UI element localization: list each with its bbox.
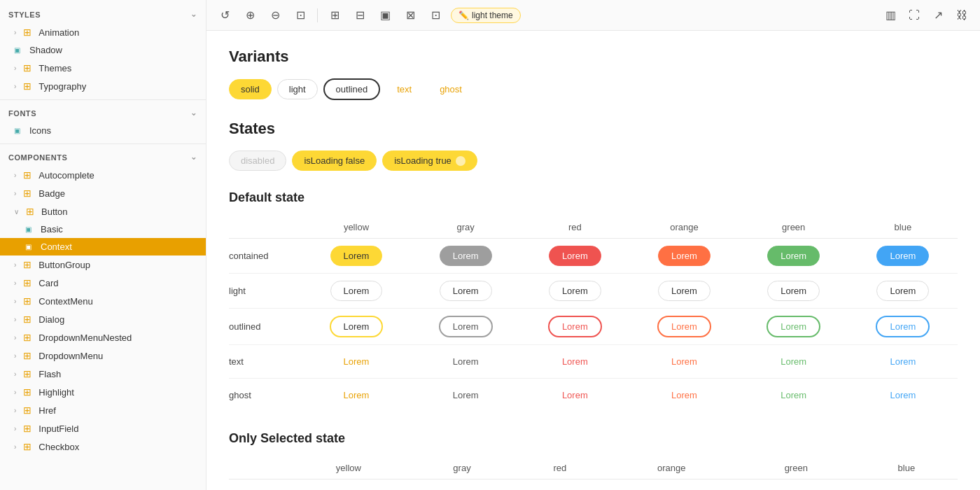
sidebar-item-basic[interactable]: ▣ Basic — [0, 220, 206, 238]
sidebar: STYLES ⌄ › ⊞ Animation ▣ Shadow › ⊞ Them… — [0, 0, 206, 490]
sidebar-item-icons[interactable]: ▣ Icons — [0, 122, 206, 139]
cell-light-orange: Lorem — [629, 274, 738, 309]
sidebar-item-context[interactable]: ▣ Context — [0, 238, 206, 255]
sidebar-item-card[interactable]: › ⊞ Card — [0, 274, 206, 292]
refresh-icon[interactable]: ↺ — [215, 6, 234, 25]
btn-light-gray[interactable]: Lorem — [440, 281, 492, 301]
variant-solid-button[interactable]: solid — [229, 79, 272, 99]
btn-light-red[interactable]: Lorem — [549, 281, 601, 301]
btn-light-orange[interactable]: Lorem — [658, 281, 710, 301]
btn-outlined-yellow[interactable]: Lorem — [330, 316, 384, 337]
sidebar-item-flash[interactable]: › ⊞ Flash — [0, 365, 206, 383]
btn-contained-gray[interactable]: Lorem — [440, 246, 492, 266]
sidebar-item-dialog[interactable]: › ⊞ Dialog — [0, 310, 206, 328]
btn-light-yellow[interactable]: Lorem — [330, 281, 383, 301]
panel-icon[interactable]: ▥ — [881, 6, 900, 25]
btn-contained-red[interactable]: Lorem — [549, 246, 601, 266]
sidebar-label-href: Href — [38, 405, 56, 416]
isloading-true-label: isLoading true — [394, 155, 451, 166]
btn-text-red[interactable]: Lorem — [550, 352, 601, 371]
sidebar-item-badge[interactable]: › ⊞ Badge — [0, 184, 206, 202]
btn-outlined-gray[interactable]: Lorem — [439, 316, 493, 337]
variant-light-button[interactable]: light — [277, 79, 318, 99]
btn-ghost-green[interactable]: Lorem — [768, 386, 819, 405]
only-selected-header-row: yellow gray red orange green blue — [229, 457, 958, 479]
fullscreen-icon[interactable]: ⛶ — [904, 6, 924, 25]
btn-text-yellow[interactable]: Lorem — [331, 352, 382, 371]
state-isloading-false-button[interactable]: isLoading false — [292, 150, 377, 171]
square-icon[interactable]: ▣ — [375, 6, 395, 25]
sidebar-item-contextmenu[interactable]: › ⊞ ContextMenu — [0, 292, 206, 310]
btn-contained-green[interactable]: Lorem — [767, 246, 820, 266]
table-header-row: yellow gray red orange green blue — [229, 216, 958, 239]
sidebar-item-autocomplete[interactable]: › ⊞ Autocomplete — [0, 166, 206, 184]
btn-outlined-red[interactable]: Lorem — [548, 316, 602, 337]
state-isloading-true-button[interactable]: isLoading true — [382, 150, 477, 171]
btn-contained-blue[interactable]: Lorem — [876, 246, 929, 266]
main-content: ↺ ⊕ ⊖ ⊡ ⊞ ⊟ ▣ ⊠ ⊡ ✏️ light theme ▥ ⛶ ↗ ⛓… — [206, 0, 980, 490]
table-row: outlined Lorem Lorem Lorem Lorem Lorem L… — [229, 309, 958, 345]
sidebar-label-context: Context — [41, 241, 72, 252]
cell-ghost-orange: Lorem — [629, 379, 738, 412]
component-icon[interactable]: ⊡ — [426, 6, 445, 25]
styles-collapse-icon[interactable]: ⌄ — [190, 10, 197, 19]
btn-contained-orange[interactable]: Lorem — [658, 246, 710, 266]
fonts-section-header[interactable]: FONTS ⌄ — [0, 104, 206, 122]
sidebar-item-inputfield[interactable]: › ⊞ InputField — [0, 419, 206, 438]
sidebar-item-dropdownmenu[interactable]: › ⊞ DropdownMenu — [0, 346, 206, 365]
sidebar-item-typography[interactable]: › ⊞ Typography — [0, 77, 206, 95]
theme-badge[interactable]: ✏️ light theme — [451, 8, 521, 23]
link-icon[interactable]: ⛓ — [952, 6, 972, 25]
expand-icon: › — [14, 29, 16, 36]
btn-ghost-red[interactable]: Lorem — [550, 386, 601, 405]
cell-outlined-yellow: Lorem — [302, 309, 411, 345]
sidebar-item-themes[interactable]: › ⊞ Themes — [0, 59, 206, 77]
btn-text-gray[interactable]: Lorem — [440, 352, 491, 371]
btn-text-blue[interactable]: Lorem — [877, 352, 928, 371]
btn-text-orange[interactable]: Lorem — [659, 352, 710, 371]
components-collapse-icon[interactable]: ⌄ — [190, 153, 197, 162]
grid-icon[interactable]: ⊞ — [325, 6, 344, 25]
sidebar-item-href[interactable]: › ⊞ Href — [0, 401, 206, 419]
btn-ghost-gray[interactable]: Lorem — [440, 386, 491, 405]
sidebar-item-dropdownmenunested[interactable]: › ⊞ DropdownMenuNested — [0, 328, 206, 346]
variant-text-button[interactable]: text — [386, 80, 423, 99]
zoom-out-icon[interactable]: ⊖ — [265, 6, 285, 25]
sidebar-item-checkbox[interactable]: › ⊞ Checkbox — [0, 438, 206, 456]
sidebar-item-button[interactable]: ∨ ⊞ Button — [0, 202, 206, 220]
styles-section-header[interactable]: STYLES ⌄ — [0, 6, 206, 23]
state-disabled-button[interactable]: disabled — [229, 150, 286, 171]
reset-zoom-icon[interactable]: ⊡ — [290, 6, 310, 25]
variant-outlined-button[interactable]: outlined — [323, 78, 381, 100]
sidebar-item-shadow[interactable]: ▣ Shadow — [0, 41, 206, 59]
zoom-in-icon[interactable]: ⊕ — [240, 6, 260, 25]
frame-icon[interactable]: ⊠ — [400, 6, 420, 25]
expand-icon: › — [14, 279, 16, 287]
btn-outlined-blue[interactable]: Lorem — [876, 316, 930, 337]
cell-outlined-blue: Lorem — [848, 309, 958, 345]
btn-ghost-yellow[interactable]: Lorem — [331, 386, 382, 405]
btn-ghost-orange[interactable]: Lorem — [659, 386, 710, 405]
variant-ghost-button[interactable]: ghost — [428, 80, 473, 99]
sidebar-item-highlight[interactable]: › ⊞ Highlight — [0, 383, 206, 401]
btn-contained-yellow[interactable]: Lorem — [330, 246, 383, 266]
rect-icon: ▣ — [25, 225, 35, 233]
sidebar-label-dropdownmenunested: DropdownMenuNested — [38, 332, 132, 343]
row-label-ghost: ghost — [229, 379, 302, 412]
expand-icon: › — [14, 407, 16, 414]
btn-text-green[interactable]: Lorem — [768, 352, 819, 371]
layout-icon[interactable]: ⊟ — [350, 6, 370, 25]
btn-light-green[interactable]: Lorem — [767, 281, 820, 301]
btn-ghost-blue[interactable]: Lorem — [877, 386, 928, 405]
components-section-header[interactable]: COMPONENTS ⌄ — [0, 148, 206, 166]
cell-light-yellow: Lorem — [302, 274, 411, 309]
styles-section-label: STYLES — [8, 10, 41, 19]
share-icon[interactable]: ↗ — [928, 6, 948, 25]
btn-outlined-green[interactable]: Lorem — [766, 316, 820, 337]
sidebar-item-animation[interactable]: › ⊞ Animation — [0, 23, 206, 41]
cell-text-gray: Lorem — [411, 345, 520, 379]
btn-outlined-orange[interactable]: Lorem — [657, 316, 711, 337]
btn-light-blue[interactable]: Lorem — [876, 281, 929, 301]
fonts-collapse-icon[interactable]: ⌄ — [190, 108, 197, 118]
sidebar-item-buttongroup[interactable]: › ⊞ ButtonGroup — [0, 255, 206, 274]
